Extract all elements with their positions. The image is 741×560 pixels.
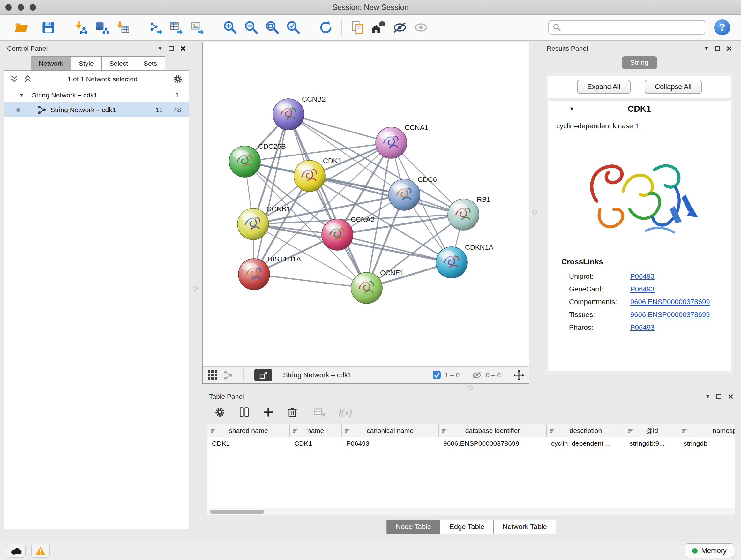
open-session-button[interactable] bbox=[11, 17, 32, 38]
panel-float-icon[interactable] bbox=[717, 394, 721, 399]
zoom-fit-button[interactable] bbox=[262, 17, 283, 38]
panel-close-icon[interactable]: × bbox=[728, 393, 733, 400]
tab-node-table[interactable]: Node Table bbox=[387, 520, 441, 534]
network-collection-row[interactable]: ▼ String Network – cdk1 1 bbox=[4, 88, 189, 103]
scrollbar-thumb[interactable] bbox=[210, 510, 264, 514]
function-builder-icon[interactable]: f(x) bbox=[339, 407, 352, 418]
add-column-icon[interactable] bbox=[263, 407, 274, 418]
search-input[interactable] bbox=[561, 23, 701, 31]
panel-float-icon[interactable] bbox=[169, 46, 174, 51]
detach-view-button[interactable] bbox=[254, 369, 272, 381]
column-header-canonical-name[interactable]: canonical name bbox=[342, 424, 439, 437]
warnings-button[interactable] bbox=[31, 544, 50, 558]
crosslink-link[interactable]: 9606.ENSP00000378699 bbox=[630, 311, 710, 319]
network-node-RB1[interactable] bbox=[448, 199, 479, 230]
import-network-from-file-button[interactable] bbox=[70, 17, 91, 38]
tab-edge-table[interactable]: Edge Table bbox=[440, 520, 494, 534]
tab-string[interactable]: String bbox=[622, 56, 657, 69]
panel-menu-icon[interactable]: ▼ bbox=[705, 394, 711, 399]
network-node-CDC6[interactable] bbox=[389, 179, 420, 210]
copy-style-button[interactable] bbox=[347, 17, 368, 38]
column-header-description[interactable]: description bbox=[547, 424, 625, 437]
zoom-selected-button[interactable] bbox=[283, 17, 304, 38]
tab-sets[interactable]: Sets bbox=[136, 56, 165, 71]
export-table-button[interactable] bbox=[166, 17, 187, 38]
network-node-CCNE1[interactable] bbox=[351, 272, 382, 304]
network-canvas[interactable]: CCNB2CCNA1CDC25BCDK1CDC6RB1CCNB1CCNA2CDK… bbox=[203, 43, 529, 366]
zoom-out-button[interactable] bbox=[241, 17, 262, 38]
crosslink-link[interactable]: P06493 bbox=[630, 285, 655, 294]
table-horizontal-scrollbar[interactable] bbox=[207, 508, 735, 515]
network-view-title: String Network – cdk1 bbox=[283, 371, 352, 379]
delete-column-icon[interactable] bbox=[287, 407, 298, 418]
crosslink-link[interactable]: P06493 bbox=[630, 272, 655, 281]
cloud-status-button[interactable] bbox=[7, 544, 25, 558]
network-overview-icon[interactable] bbox=[223, 370, 233, 380]
network-edge[interactable] bbox=[254, 274, 367, 288]
network-row-selected[interactable]: String Network – cdk1 11 48 bbox=[4, 103, 189, 117]
table-gear-icon[interactable] bbox=[214, 407, 226, 418]
export-network-button[interactable] bbox=[145, 17, 166, 38]
expand-all-button[interactable]: Expand All bbox=[577, 80, 630, 94]
collapse-all-button[interactable]: Collapse All bbox=[645, 80, 702, 94]
selected-checkbox-icon[interactable] bbox=[432, 371, 441, 379]
table-row[interactable]: CDK1CDK1P064939606.ENSP00000378699cyclin… bbox=[207, 437, 735, 450]
tab-select[interactable]: Select bbox=[102, 56, 136, 71]
export-image-button[interactable] bbox=[187, 17, 208, 38]
crosslink-link[interactable]: 9606.ENSP00000378699 bbox=[630, 298, 710, 306]
network-node-CDKN1A[interactable] bbox=[436, 247, 467, 278]
pan-crosshair-icon[interactable] bbox=[514, 370, 524, 381]
collapse-all-icon[interactable] bbox=[10, 75, 19, 84]
import-network-from-database-button[interactable] bbox=[91, 17, 112, 38]
refresh-view-button[interactable] bbox=[315, 17, 336, 38]
crosslink-link[interactable]: P06493 bbox=[630, 323, 655, 332]
tab-style[interactable]: Style bbox=[71, 56, 102, 71]
left-splitter-handle[interactable] bbox=[193, 286, 198, 291]
delete-table-icon[interactable] bbox=[314, 407, 326, 418]
network-node-CCNA2[interactable] bbox=[322, 219, 353, 250]
column-header-shared-name[interactable]: shared name bbox=[207, 424, 290, 437]
network-node-CCNB1[interactable] bbox=[238, 208, 269, 240]
hide-selected-button[interactable] bbox=[389, 17, 410, 38]
column-header-database-identifier[interactable]: database identifier bbox=[439, 424, 547, 437]
birds-eye-grid-icon[interactable] bbox=[207, 370, 218, 381]
network-edge[interactable] bbox=[337, 235, 452, 262]
node-section-header[interactable]: ▼ CDK1 bbox=[548, 101, 731, 118]
gear-icon[interactable] bbox=[173, 74, 183, 84]
crosslink-label: Pharos: bbox=[569, 323, 630, 332]
tab-network[interactable]: Network bbox=[30, 56, 71, 71]
import-table-from-file-button[interactable] bbox=[112, 17, 133, 38]
window-close-button[interactable] bbox=[5, 4, 12, 10]
tab-network-table[interactable]: Network Table bbox=[493, 520, 556, 534]
network-node-CCNB2[interactable] bbox=[273, 99, 304, 130]
right-splitter-handle[interactable] bbox=[532, 210, 537, 214]
bottom-splitter-handle[interactable] bbox=[468, 385, 473, 389]
show-all-button[interactable] bbox=[410, 17, 431, 38]
panel-menu-icon[interactable]: ▼ bbox=[704, 46, 709, 51]
panel-close-icon[interactable]: × bbox=[726, 45, 732, 52]
network-node-CDK1[interactable] bbox=[294, 160, 325, 192]
zoom-in-button[interactable] bbox=[219, 17, 241, 38]
column-header-name[interactable]: name bbox=[290, 424, 342, 437]
panel-menu-icon[interactable]: ▼ bbox=[158, 46, 163, 51]
window-zoom-button[interactable] bbox=[30, 4, 36, 10]
window-minimize-button[interactable] bbox=[17, 4, 24, 10]
network-node-CDC25B[interactable] bbox=[229, 146, 260, 177]
hidden-eye-slash-icon[interactable] bbox=[472, 370, 482, 380]
network-node-CCNA1[interactable] bbox=[376, 127, 407, 159]
memory-button[interactable]: Memory bbox=[685, 543, 734, 558]
network-node-HIST1H1A[interactable] bbox=[239, 259, 270, 290]
column-header--id[interactable]: @id bbox=[625, 424, 679, 437]
first-neighbors-button[interactable] bbox=[368, 17, 389, 38]
panel-float-icon[interactable] bbox=[715, 46, 720, 51]
network-edge[interactable] bbox=[254, 114, 288, 274]
section-expand-icon[interactable]: ▼ bbox=[569, 106, 575, 112]
expand-all-icon[interactable] bbox=[23, 75, 32, 84]
column-header-namespace[interactable]: namespace bbox=[679, 424, 735, 437]
select-columns-icon[interactable] bbox=[239, 407, 250, 418]
panel-close-icon[interactable]: × bbox=[180, 45, 186, 52]
help-button[interactable]: ? bbox=[714, 19, 730, 36]
network-edge[interactable] bbox=[288, 114, 391, 143]
save-session-button[interactable] bbox=[38, 17, 59, 38]
tree-expand-icon[interactable]: ▼ bbox=[19, 92, 24, 98]
